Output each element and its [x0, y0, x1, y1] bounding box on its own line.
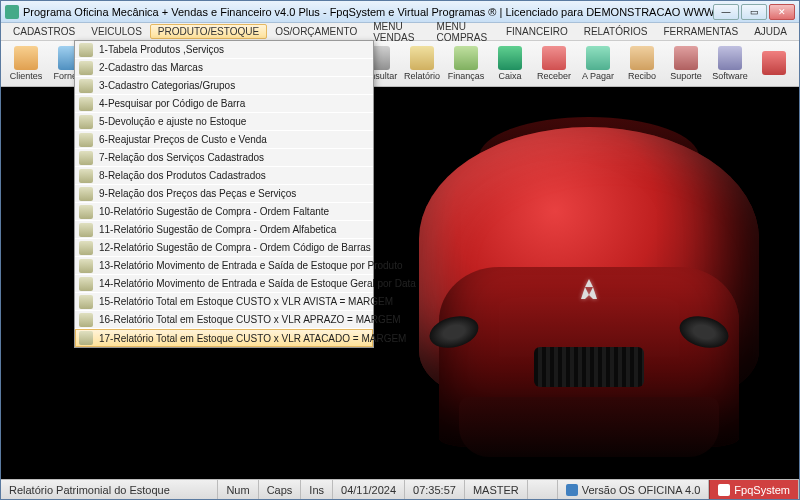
tool-caixa[interactable]: Caixa — [489, 43, 531, 85]
menu-item-icon — [79, 331, 93, 345]
tool-recibo[interactable]: Recibo — [621, 43, 663, 85]
recibo-icon — [630, 46, 654, 70]
suporte-icon — [674, 46, 698, 70]
brand-icon — [718, 484, 730, 496]
a pagar-icon — [586, 46, 610, 70]
menu-item-icon — [79, 61, 93, 75]
relatório-icon — [410, 46, 434, 70]
status-date: 04/11/2024 — [333, 480, 405, 499]
tool-clientes[interactable]: Clientes — [5, 43, 47, 85]
menu-financeiro[interactable]: FINANCEIRO — [498, 24, 576, 39]
status-brand[interactable]: FpqSystem — [709, 480, 799, 499]
car-logo-icon — [577, 277, 601, 301]
menu-item-icon — [79, 79, 93, 93]
status-version: Versão OS OFICINA 4.0 — [558, 480, 710, 499]
statusbar: Relatório Patrimonial do Estoque Num Cap… — [1, 479, 799, 499]
status-user: MASTER — [465, 480, 528, 499]
menu-item-icon — [79, 133, 93, 147]
minimize-button[interactable]: — — [713, 4, 739, 20]
app-icon — [5, 5, 19, 19]
maximize-button[interactable]: ▭ — [741, 4, 767, 20]
menu-item-7[interactable]: 7-Relação dos Serviços Cadastrados — [75, 149, 373, 167]
produto-estoque-menu: 1-Tabela Produtos ,Serviços2-Cadastro da… — [74, 40, 374, 348]
background-image — [349, 87, 799, 479]
close-button[interactable]: ✕ — [769, 4, 795, 20]
menu-cadastros[interactable]: CADASTROS — [5, 24, 83, 39]
menu-item-15[interactable]: 15-Relatório Total em Estoque CUSTO x VL… — [75, 293, 373, 311]
menu-item-icon — [79, 313, 93, 327]
menu-item-icon — [79, 115, 93, 129]
status-spacer — [528, 480, 558, 499]
caixa-icon — [498, 46, 522, 70]
menu-item-13[interactable]: 13-Relatório Movimento de Entrada e Saíd… — [75, 257, 373, 275]
tool-suporte[interactable]: Suporte — [665, 43, 707, 85]
menu-item-6[interactable]: 6-Reajustar Preços de Custo e Venda — [75, 131, 373, 149]
menu-item-4[interactable]: 4-Pesquisar por Código de Barra — [75, 95, 373, 113]
menu-item-12[interactable]: 12-Relatório Sugestão de Compra - Ordem … — [75, 239, 373, 257]
menu-item-10[interactable]: 10-Relatório Sugestão de Compra - Ordem … — [75, 203, 373, 221]
menu-item-11[interactable]: 11-Relatório Sugestão de Compra - Ordem … — [75, 221, 373, 239]
status-hint: Relatório Patrimonial do Estoque — [1, 480, 218, 499]
menu-item-5[interactable]: 5-Devolução e ajuste no Estoque — [75, 113, 373, 131]
menubar: CADASTROSVEICULOSPRODUTO/ESTOQUEOS/ORÇAM… — [1, 23, 799, 41]
tool-software[interactable]: Software — [709, 43, 751, 85]
menu-item-icon — [79, 169, 93, 183]
tool-relatório[interactable]: Relatório — [401, 43, 443, 85]
menu-veiculos[interactable]: VEICULOS — [83, 24, 150, 39]
status-ins: Ins — [301, 480, 333, 499]
status-time: 07:35:57 — [405, 480, 465, 499]
software-icon — [718, 46, 742, 70]
status-num: Num — [218, 480, 258, 499]
finanças-icon — [454, 46, 478, 70]
menu-item-9[interactable]: 9-Relação dos Preços das Peças e Serviço… — [75, 185, 373, 203]
menu-ajuda[interactable]: AJUDA — [746, 24, 795, 39]
status-caps: Caps — [259, 480, 302, 499]
menu-item-17[interactable]: 17-Relatório Total em Estoque CUSTO x VL… — [75, 329, 373, 347]
menu-item-icon — [79, 277, 93, 291]
clientes-icon — [14, 46, 38, 70]
menu-item-icon — [79, 97, 93, 111]
menu-item-icon — [79, 205, 93, 219]
menu-osoramento[interactable]: OS/ORÇAMENTO — [267, 24, 365, 39]
menu-item-icon — [79, 151, 93, 165]
window-controls: — ▭ ✕ — [713, 4, 795, 20]
tool-a pagar[interactable]: A Pagar — [577, 43, 619, 85]
menu-item-3[interactable]: 3-Cadastro Categorias/Grupos — [75, 77, 373, 95]
version-icon — [566, 484, 578, 496]
menu-item-1[interactable]: 1-Tabela Produtos ,Serviços — [75, 41, 373, 59]
menu-item-2[interactable]: 2-Cadastro das Marcas — [75, 59, 373, 77]
exit-icon — [762, 51, 786, 75]
menu-item-icon — [79, 241, 93, 255]
menu-ferramentas[interactable]: FERRAMENTAS — [655, 24, 746, 39]
menu-relatrios[interactable]: RELATÓRIOS — [576, 24, 656, 39]
menu-item-icon — [79, 43, 93, 57]
menu-item-icon — [79, 223, 93, 237]
menu-item-icon — [79, 187, 93, 201]
menu-produtoestoque[interactable]: PRODUTO/ESTOQUE — [150, 24, 267, 39]
menu-item-8[interactable]: 8-Relação dos Produtos Cadastrados — [75, 167, 373, 185]
tool-finanças[interactable]: Finanças — [445, 43, 487, 85]
menu-item-14[interactable]: 14-Relatório Movimento de Entrada e Saíd… — [75, 275, 373, 293]
menu-item-icon — [79, 295, 93, 309]
window-title: Programa Oficina Mecânica + Vendas e Fin… — [23, 6, 713, 18]
receber-icon — [542, 46, 566, 70]
app-window: Programa Oficina Mecânica + Vendas e Fin… — [0, 0, 800, 500]
menu-item-16[interactable]: 16-Relatório Total em Estoque CUSTO x VL… — [75, 311, 373, 329]
tool-receber[interactable]: Receber — [533, 43, 575, 85]
menu-item-icon — [79, 259, 93, 273]
tool-exit[interactable] — [753, 43, 795, 85]
